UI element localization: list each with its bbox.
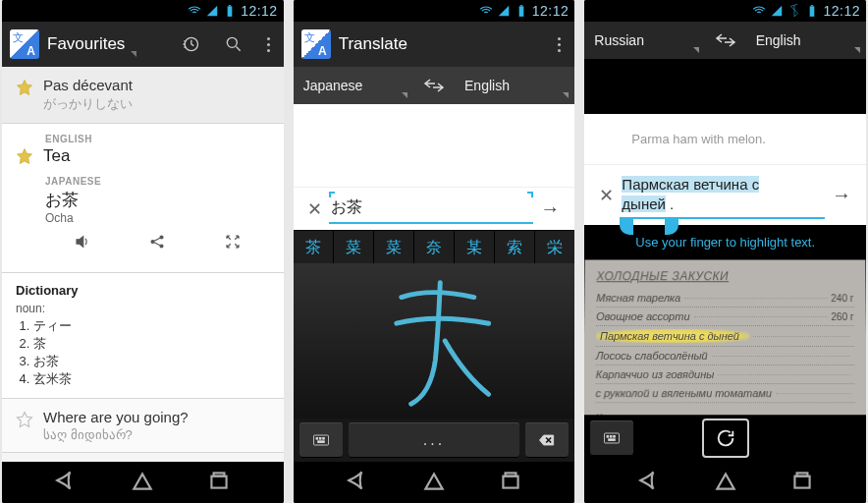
tgt-lang-label: JAPANESE <box>45 176 270 187</box>
fav-item[interactable]: Where are you going? საღ მიდიხარ? <box>2 399 284 453</box>
overflow-menu-button[interactable] <box>550 37 569 52</box>
svg-rect-23 <box>614 436 616 438</box>
back-button[interactable] <box>636 468 662 497</box>
handwriting-canvas[interactable] <box>294 263 575 419</box>
fullscreen-button[interactable] <box>224 233 242 254</box>
spinner-indicator-icon <box>131 51 136 57</box>
dropdown-indicator-icon <box>854 47 860 53</box>
camera-photo[interactable]: ХОЛОДНЫЕ ЗАКУСКИ Мясная тарелка240 г Ово… <box>584 259 866 415</box>
fav-sub: がっかりしない <box>43 95 270 113</box>
svg-rect-9 <box>518 6 523 16</box>
tgt-romanization: Ocha <box>45 211 270 225</box>
dict-entry: ティー <box>33 317 270 335</box>
dropdown-indicator-icon <box>402 92 407 98</box>
star-icon[interactable] <box>16 79 33 96</box>
swap-languages-button[interactable] <box>413 76 455 95</box>
to-language-selector[interactable]: English <box>455 67 574 104</box>
star-icon[interactable] <box>16 147 33 165</box>
language-bar: Japanese English <box>294 67 575 104</box>
ocr-source-field[interactable]: Пармская ветчина сдыней . <box>620 171 825 219</box>
src-word: Tea <box>43 146 70 166</box>
svg-rect-25 <box>794 476 809 488</box>
from-language-selector[interactable]: Japanese <box>294 67 413 104</box>
signal-icon <box>497 4 511 18</box>
src-lang-label: ENGLISH <box>45 134 270 144</box>
svg-rect-24 <box>609 439 616 441</box>
swap-languages-button[interactable] <box>705 30 746 50</box>
clear-input-button[interactable]: ✕ <box>592 185 620 206</box>
candidate[interactable]: 索 <box>495 231 535 263</box>
menu-line: Карпаччио из лосося <box>596 409 855 415</box>
back-button[interactable] <box>53 468 79 497</box>
candidate[interactable]: 栄 <box>535 231 574 263</box>
candidate[interactable]: 茶 <box>294 231 334 263</box>
star-outline-icon[interactable] <box>16 411 33 428</box>
ocr-translated-text: Parma ham with melon. <box>584 114 866 164</box>
page-title[interactable]: Favourites <box>47 34 125 54</box>
back-button[interactable] <box>345 468 370 497</box>
fav-main: Where are you going? <box>43 409 270 425</box>
fav-main: Pas décevant <box>43 77 270 93</box>
wifi-icon <box>752 4 766 18</box>
menu-heading: ХОЛОДНЫЕ ЗАКУСКИ <box>597 269 854 283</box>
from-language: Russian <box>594 32 644 48</box>
candidate[interactable]: 菜 <box>334 231 374 263</box>
phone-translate: 12:12 Translate Japanese English ✕ お茶 → <box>294 0 575 503</box>
fav-item[interactable]: Pas décevant がっかりしない <box>2 67 284 124</box>
dict-pos: noun: <box>16 302 270 315</box>
from-language-selector[interactable]: Russian <box>584 22 704 59</box>
switch-keyboard-button[interactable] <box>299 422 343 458</box>
home-button[interactable] <box>713 468 738 497</box>
text-input[interactable]: お茶 <box>329 194 534 224</box>
svg-rect-19 <box>811 5 813 6</box>
status-bar: 12:12 <box>294 0 575 22</box>
rescan-button[interactable] <box>702 419 749 458</box>
submit-button[interactable]: → <box>825 184 858 206</box>
recents-button[interactable] <box>498 468 523 497</box>
submit-button[interactable]: → <box>533 197 567 220</box>
candidate[interactable]: 菜 <box>374 231 414 263</box>
app-icon[interactable] <box>301 29 331 59</box>
backspace-button[interactable] <box>525 422 569 458</box>
status-bar: 12:12 <box>584 0 866 22</box>
overflow-menu-button[interactable] <box>259 37 278 52</box>
svg-point-4 <box>151 241 154 244</box>
action-bar: Translate <box>294 22 575 67</box>
menu-line: с рукколой и вялеными томатами <box>596 384 855 403</box>
space-button[interactable]: ... <box>349 422 520 458</box>
svg-rect-10 <box>520 5 522 6</box>
fav-sub: საღ მიდიხარ? <box>43 427 270 442</box>
recents-button[interactable] <box>789 468 815 497</box>
svg-rect-11 <box>313 435 328 445</box>
app-icon[interactable] <box>10 29 39 59</box>
recents-button[interactable] <box>206 468 232 497</box>
svg-rect-1 <box>229 5 231 6</box>
translate-screen: ✕ お茶 → 茶 菜 菜 奈 某 索 栄 <box>294 104 575 462</box>
language-bar: Russian English <box>584 22 866 59</box>
favourites-list: Pas décevant がっかりしない ENGLISH Tea JAPANES… <box>2 67 284 462</box>
history-button[interactable] <box>173 27 208 62</box>
status-bar: 12:12 <box>2 0 284 22</box>
share-button[interactable] <box>148 233 166 254</box>
tgt-word: お茶 <box>45 189 270 211</box>
menu-line: Овощное ассорти260 г <box>596 307 854 326</box>
home-button[interactable] <box>421 468 447 497</box>
dict-entry: 玄米茶 <box>33 370 270 388</box>
battery-icon <box>805 4 819 18</box>
svg-rect-20 <box>605 433 620 443</box>
candidate[interactable]: 某 <box>455 231 495 263</box>
switch-keyboard-button[interactable] <box>590 420 633 456</box>
dictionary-card: Dictionary noun: ティー 茶 お茶 玄米茶 <box>2 273 284 399</box>
home-button[interactable] <box>130 468 155 497</box>
handwriting-toolbar: ... <box>294 419 575 462</box>
candidate[interactable]: 奈 <box>414 231 455 263</box>
svg-point-3 <box>227 37 237 47</box>
svg-rect-12 <box>316 438 318 440</box>
detail-actions <box>45 225 270 264</box>
input-row: ✕ お茶 → <box>294 187 575 230</box>
search-button[interactable] <box>216 27 251 62</box>
svg-rect-15 <box>317 441 324 443</box>
clear-input-button[interactable]: ✕ <box>301 198 329 220</box>
speak-button[interactable] <box>74 233 91 254</box>
to-language-selector[interactable]: English <box>746 22 866 59</box>
